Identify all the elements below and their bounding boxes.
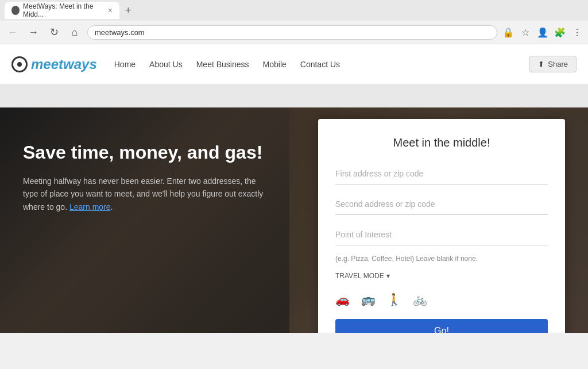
bus-icon[interactable]: 🚌 [361, 293, 376, 306]
travel-mode-button[interactable]: TRAVEL MODE ▾ [335, 270, 390, 282]
share-label: Share [548, 60, 568, 68]
logo[interactable]: meetways [11, 56, 97, 72]
browser-toolbar-icons: 🔒 ☆ 👤 🧩 ⋮ [502, 27, 583, 38]
menu-icon[interactable]: ⋮ [571, 27, 583, 38]
browser-chrome: MeetWays: Meet in the Midd... × + ← → ↻ … [0, 0, 588, 44]
travel-mode-label: TRAVEL MODE [335, 272, 384, 280]
first-address-input[interactable] [335, 163, 548, 184]
browser-controls: ← → ↻ ⌂ meetways.com 🔒 ☆ 👤 🧩 ⋮ [0, 21, 588, 44]
tab-favicon [11, 6, 20, 15]
hero-title: Save time, money, and gas! [23, 142, 264, 163]
new-tab-button[interactable]: + [122, 5, 135, 17]
tab-title: MeetWays: Meet in the Midd... [23, 2, 105, 18]
address-bar[interactable]: meetways.com [87, 25, 497, 40]
url-text: meetways.com [95, 28, 490, 37]
active-tab[interactable]: MeetWays: Meet in the Midd... × [5, 2, 119, 19]
nav-contact[interactable]: Contact Us [300, 60, 340, 69]
second-address-input[interactable] [335, 194, 548, 215]
learn-more-link[interactable]: Learn more [69, 202, 111, 212]
nav-meet-business[interactable]: Meet Business [196, 60, 249, 69]
main-nav: Home About Us Meet Business Mobile Conta… [114, 60, 530, 69]
star-icon[interactable]: ☆ [519, 27, 532, 38]
share-icon: ⬆ [538, 60, 544, 68]
hero-desc-text: Meeting halfway has never been easier. E… [23, 176, 263, 212]
logo-icon [11, 56, 28, 72]
point-of-interest-input[interactable] [335, 224, 548, 245]
form-title: Meet in the middle! [335, 136, 548, 149]
forward-button[interactable]: → [25, 26, 41, 39]
walk-icon[interactable]: 🚶 [387, 293, 401, 306]
gray-strip [0, 84, 588, 107]
home-button[interactable]: ⌂ [67, 26, 83, 39]
logo-text: meetways [31, 56, 97, 72]
travel-mode-chevron: ▾ [386, 272, 390, 280]
website: meetways Home About Us Meet Business Mob… [0, 44, 588, 333]
logo-dot [17, 62, 22, 67]
privacy-icon[interactable]: 🔒 [502, 27, 514, 38]
tab-close-button[interactable]: × [108, 6, 113, 15]
nav-about[interactable]: About Us [149, 60, 183, 69]
hero-section: Save time, money, and gas! Meeting halfw… [0, 107, 588, 333]
nav-mobile[interactable]: Mobile [263, 60, 287, 69]
car-icon[interactable]: 🚗 [335, 293, 350, 306]
hero-content: Save time, money, and gas! Meeting halfw… [0, 107, 287, 248]
site-header: meetways Home About Us Meet Business Mob… [0, 44, 588, 84]
refresh-button[interactable]: ↻ [46, 26, 62, 39]
go-button[interactable]: Go! [335, 319, 548, 333]
nav-home[interactable]: Home [114, 60, 136, 69]
hero-description: Meeting halfway has never been easier. E… [23, 175, 264, 213]
hint-text: (e.g. Pizza, Coffee, Hotel) Leave blank … [335, 255, 548, 263]
profile-icon[interactable]: 👤 [536, 27, 549, 38]
bike-icon[interactable]: 🚲 [413, 293, 427, 306]
extensions-icon[interactable]: 🧩 [554, 27, 566, 38]
tab-bar: MeetWays: Meet in the Midd... × + [0, 0, 588, 21]
form-panel: Meet in the middle! (e.g. Pizza, Coffee,… [318, 119, 565, 333]
share-button[interactable]: ⬆ Share [529, 56, 577, 72]
back-button[interactable]: ← [5, 26, 21, 39]
transport-icons: 🚗 🚌 🚶 🚲 [335, 289, 548, 310]
